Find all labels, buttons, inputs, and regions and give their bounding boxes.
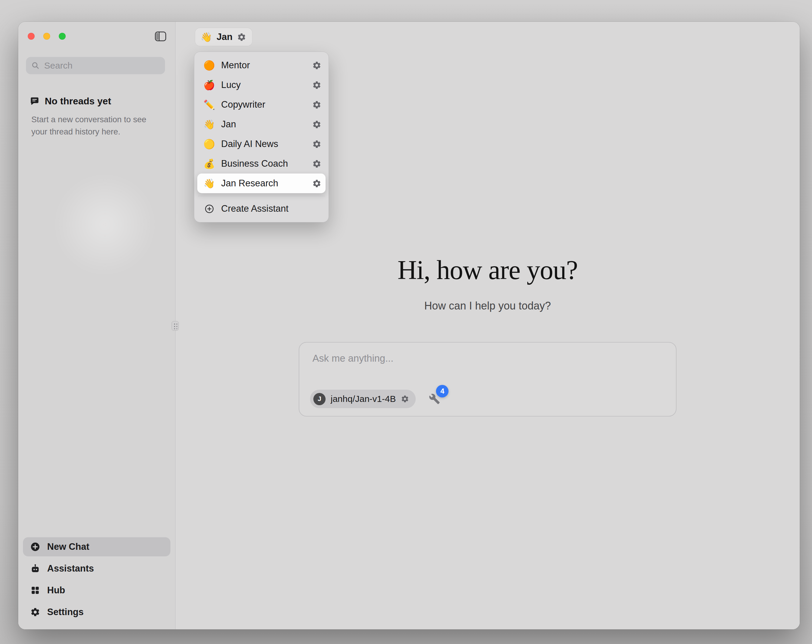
search-input[interactable]: [44, 61, 160, 71]
zoom-window-button[interactable]: [59, 33, 66, 40]
model-settings-icon[interactable]: [401, 395, 409, 403]
menu-item-create-assistant[interactable]: Create Assistant: [197, 199, 325, 219]
menu-item-label: Mentor: [221, 60, 306, 71]
plus-circle-outline-icon: [203, 204, 215, 214]
menu-item-label: Create Assistant: [221, 203, 288, 214]
gear-icon: [30, 607, 40, 617]
assistant-emoji: 👋: [200, 32, 212, 43]
gear-icon[interactable]: [312, 159, 321, 169]
menu-item-label: Copywriter: [221, 99, 306, 110]
sidebar-nav: New Chat Assistants: [23, 537, 170, 622]
assistant-emoji: 🟠: [203, 60, 215, 71]
gear-icon[interactable]: [312, 120, 321, 129]
model-avatar: J: [313, 393, 325, 405]
chat-composer: J janhq/Jan-v1-4B 4: [299, 342, 676, 417]
grid-icon: [30, 585, 40, 595]
sidebar-item-settings[interactable]: Settings: [23, 603, 170, 622]
sidebar-toggle-icon[interactable]: [155, 31, 166, 41]
menu-item-jan-research[interactable]: 👋 Jan Research: [197, 174, 325, 193]
gear-icon[interactable]: [312, 179, 321, 188]
welcome-hero: Hi, how are you? How can I help you toda…: [176, 257, 800, 312]
empty-state-body: Start a new conversation to see your thr…: [31, 113, 160, 138]
sidebar-item-label: Assistants: [47, 563, 94, 574]
gear-icon[interactable]: [312, 100, 321, 110]
search-field: [26, 57, 165, 74]
empty-state-title: No threads yet: [45, 96, 111, 107]
menu-separator: [198, 196, 325, 196]
sidebar-item-label: Settings: [47, 607, 84, 618]
app-window: No threads yet Start a new conversation …: [18, 22, 800, 629]
gear-icon[interactable]: [312, 81, 321, 90]
greeting-heading: Hi, how are you?: [176, 257, 800, 283]
assistant-emoji: 🍎: [203, 79, 215, 91]
menu-item-label: Jan Research: [221, 178, 306, 189]
assistant-selector[interactable]: 👋 Jan: [195, 28, 252, 46]
menu-item-daily-ai-news[interactable]: 🟡 Daily AI News: [197, 134, 325, 154]
assistant-title: Jan: [217, 32, 232, 42]
menu-item-jan[interactable]: 👋 Jan: [197, 114, 325, 134]
menu-item-mentor[interactable]: 🟠 Mentor: [197, 55, 325, 75]
minimize-window-button[interactable]: [43, 33, 50, 40]
threads-empty-state: No threads yet Start a new conversation …: [29, 96, 167, 138]
main-area: 👋 Jan 🟠 Mentor 🍎 Lucy ✏️ Copywriter 👋: [176, 22, 800, 629]
sidebar-item-assistants[interactable]: Assistants: [23, 559, 170, 578]
assistant-emoji: 👋: [203, 178, 215, 189]
menu-item-label: Jan: [221, 119, 306, 130]
assistant-emoji: 👋: [203, 119, 215, 130]
chat-bubble-icon: [29, 96, 40, 107]
sidebar-item-label: New Chat: [47, 542, 89, 552]
gear-icon[interactable]: [312, 61, 321, 70]
tools-button[interactable]: 4: [429, 393, 440, 405]
sidebar-resize-handle[interactable]: [172, 321, 179, 330]
tools-count-badge: 4: [436, 385, 449, 397]
menu-item-lucy[interactable]: 🍎 Lucy: [197, 75, 325, 95]
assistant-emoji: 💰: [203, 158, 215, 169]
close-window-button[interactable]: [28, 33, 35, 40]
menu-item-business-coach[interactable]: 💰 Business Coach: [197, 154, 325, 174]
menu-item-label: Daily AI News: [221, 139, 306, 149]
gear-icon[interactable]: [312, 140, 321, 149]
model-name: janhq/Jan-v1-4B: [331, 394, 396, 404]
sidebar-item-label: Hub: [47, 585, 65, 596]
robot-icon: [30, 563, 40, 574]
menu-item-label: Business Coach: [221, 158, 306, 169]
sidebar: No threads yet Start a new conversation …: [18, 22, 176, 629]
assistant-emoji: ✏️: [203, 99, 215, 110]
search-icon: [31, 61, 40, 70]
assistant-settings-icon[interactable]: [237, 32, 246, 42]
greeting-subtitle: How can I help you today?: [176, 300, 800, 312]
assistant-emoji: 🟡: [203, 139, 215, 150]
assistant-menu: 🟠 Mentor 🍎 Lucy ✏️ Copywriter 👋 Jan 🟡: [194, 52, 329, 222]
menu-item-copywriter[interactable]: ✏️ Copywriter: [197, 95, 325, 114]
window-controls: [28, 33, 66, 40]
menu-item-label: Lucy: [221, 79, 306, 90]
model-selector[interactable]: J janhq/Jan-v1-4B: [310, 390, 416, 408]
sidebar-item-hub[interactable]: Hub: [23, 581, 170, 600]
chat-input[interactable]: [313, 353, 663, 364]
sidebar-item-new-chat[interactable]: New Chat: [23, 537, 170, 556]
plus-circle-icon: [30, 542, 40, 552]
